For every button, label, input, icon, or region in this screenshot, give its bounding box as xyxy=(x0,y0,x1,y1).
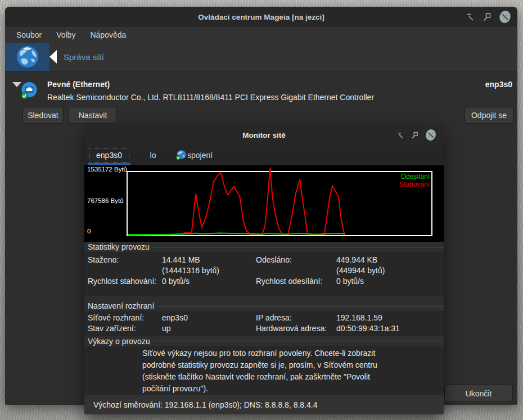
upload-speed-value: 0 bytů/s xyxy=(336,277,444,286)
legend-upload: Odesílání xyxy=(399,173,430,180)
tab-enp3s0[interactable]: enp3s0 xyxy=(89,148,129,162)
ethernet-connection-icon xyxy=(20,81,39,102)
upload-speed-label: Rychlost odesílání: xyxy=(256,277,336,286)
interface-label: Síťové rozhraní: xyxy=(88,313,162,322)
connection-interface-label: enp3s0 xyxy=(485,80,512,89)
configure-button[interactable]: Nastavit xyxy=(69,107,117,124)
dialog-status-bar: Výchozí směrování: 192.168.1.1 (enp3s0);… xyxy=(84,394,444,414)
section-header: Správa sítí xyxy=(5,43,517,71)
reports-section-rule xyxy=(154,341,444,341)
screen: Ovládací centrum Mageia [na jezci] xyxy=(0,0,523,420)
downloaded-value: 14.441 MB xyxy=(162,255,256,264)
uploaded-value: 449.944 KB xyxy=(336,255,444,264)
minimize-icon xyxy=(396,131,405,139)
state-label: Stav zařízení: xyxy=(88,324,162,333)
stats-section-header: Statistiky provozu xyxy=(84,242,444,252)
globe-connected-icon xyxy=(175,150,187,161)
close-button[interactable] xyxy=(498,10,512,24)
reports-notice-line: Síťové výkazy nejsou pro toto rozhraní p… xyxy=(142,347,444,359)
series-Odesílání xyxy=(128,233,345,235)
disconnect-button[interactable]: Odpojit se xyxy=(465,107,513,124)
dialog-window-controls xyxy=(396,125,437,145)
tab-spojeni-label: spojení xyxy=(187,151,213,160)
reports-section-label: Výkazy o provozu xyxy=(88,337,150,346)
maximize-icon xyxy=(482,12,492,22)
connection-description: Realtek Semiconductor Co., Ltd. RTL8111/… xyxy=(47,93,374,102)
chart-legend: Odesílání Stahování xyxy=(399,173,430,188)
menu-volby[interactable]: Volby xyxy=(56,30,75,39)
y-axis-tick-mid: 767586 Bytů xyxy=(87,197,124,204)
interface-section-header: Nastavení rozhraní xyxy=(84,301,444,311)
tab-lo[interactable]: lo xyxy=(137,148,169,162)
minimize-button[interactable] xyxy=(466,12,476,22)
header-icon-box xyxy=(5,43,49,71)
dialog-tabbar: enp3s0 lo spojení xyxy=(84,145,444,165)
traffic-chart-svg xyxy=(128,172,431,235)
reports-panel: Síťové výkazy nejsou pro toto rozhraní p… xyxy=(84,346,444,394)
y-axis-tick-max: 1535172 Bytů xyxy=(87,166,127,173)
reports-notice-line: počítání provozu"). xyxy=(142,383,444,395)
reports-notice-line: (stiskněte tlačítko Nastavit vedle rozhr… xyxy=(142,371,444,383)
menubar: Soubor Volby Nápověda xyxy=(5,27,517,43)
connection-type-label: Pevné (Ethernet) xyxy=(47,80,110,89)
header-label: Správa sítí xyxy=(64,52,104,62)
stats-section-rule xyxy=(153,247,444,247)
dialog-titlebar[interactable]: Monitor sítě xyxy=(84,125,444,145)
plot-area: Odesílání Stahování xyxy=(127,171,432,236)
stats-panel: Staženo: 14.441 MB Odesláno: 449.944 KB … xyxy=(84,252,444,296)
uploaded-bytes: (449944 bytů) xyxy=(336,266,444,275)
tab-spojeni[interactable]: spojení xyxy=(173,148,215,162)
reports-section-header: Výkazy o provozu xyxy=(84,336,444,346)
downloaded-bytes: (14441316 bytů) xyxy=(162,266,256,275)
dialog-maximize-button[interactable] xyxy=(411,131,419,139)
monitor-button[interactable]: Sledovat xyxy=(22,107,64,124)
dialog-title: Monitor sítě xyxy=(242,131,286,139)
menu-soubor[interactable]: Soubor xyxy=(16,30,42,39)
menu-napoveda[interactable]: Nápověda xyxy=(90,30,126,39)
close-icon xyxy=(425,129,437,141)
hw-address-value: d0:50:99:43:1a:31 xyxy=(336,324,444,333)
maximize-button[interactable] xyxy=(482,12,492,22)
main-window-titlebar[interactable]: Ovládací centrum Mageia [na jezci] xyxy=(5,7,517,27)
download-speed-value: 0 bytů/s xyxy=(162,277,256,286)
traffic-graph: 1535172 Bytů 767586 Bytů 0 Odesílání Sta… xyxy=(84,165,444,242)
close-icon xyxy=(498,10,512,24)
main-window-controls xyxy=(466,7,512,27)
uploaded-label: Odesláno: xyxy=(256,255,336,264)
series-Stahování xyxy=(128,168,345,235)
interface-panel: Síťové rozhraní: enp3s0 IP adresa: 192.1… xyxy=(84,311,444,336)
quit-button[interactable]: Ukončit xyxy=(444,385,513,402)
y-axis-tick-zero: 0 xyxy=(87,228,91,234)
ip-label: IP adresa: xyxy=(256,313,336,322)
main-window-title: Ovládací centrum Mageia [na jezci] xyxy=(198,13,324,21)
downloaded-label: Staženo: xyxy=(88,255,162,264)
globe-icon xyxy=(16,45,39,69)
interface-section-label: Nastavení rozhraní xyxy=(88,301,154,310)
hw-address-label: Hardwarová adresa: xyxy=(256,324,336,333)
default-route-text: Výchozí směrování: 192.168.1.1 (enp3s0);… xyxy=(93,400,317,409)
state-value: up xyxy=(162,324,256,333)
download-speed-label: Rychlost stahování: xyxy=(88,277,162,286)
network-monitor-dialog: Monitor sítě xyxy=(84,125,444,414)
stats-section-label: Statistiky provozu xyxy=(88,242,150,251)
header-arrow-icon xyxy=(49,50,57,64)
dialog-minimize-button[interactable] xyxy=(396,131,405,139)
ip-value: 192.168.1.59 xyxy=(336,313,444,322)
dialog-close-button[interactable] xyxy=(425,129,437,141)
minimize-icon xyxy=(466,12,476,22)
maximize-icon xyxy=(411,131,419,139)
reports-notice-line: podrobné statistiky provozu zapněte si j… xyxy=(142,359,444,371)
interface-value: enp3s0 xyxy=(162,313,256,322)
interface-section-rule xyxy=(157,306,444,306)
legend-download: Stahování xyxy=(399,180,430,188)
